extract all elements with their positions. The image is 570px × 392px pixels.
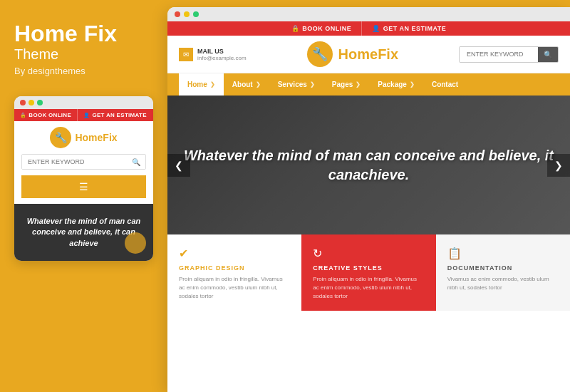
desktop-topbar: 🔒 BOOK ONLINE 👤 GET AN ESTIMATE [167,21,570,36]
desktop-estimate-label: GET AN ESTIMATE [383,25,447,32]
card-creative-styles: ↻ CREATIVE STYLES Proin aliquam in odio … [301,234,435,311]
desktop-logo-icon: 🔧 [307,41,333,67]
desktop-logo-part2: Fix [378,46,398,62]
desktop-user-icon: 👤 [372,25,380,32]
desktop-search[interactable]: 🔍 [459,46,559,63]
checkmark-icon: ✔ [179,247,290,260]
nav-arrow-package: ❯ [410,81,415,88]
mobile-estimate-label: GET AN ESTIMATE [92,112,147,118]
document-icon: 📋 [447,247,559,260]
nav-arrow-home: ❯ [210,81,215,88]
mobile-topbar-book[interactable]: 🔒 BOOK ONLINE [14,109,77,121]
desktop-logo-text: HomeFix [338,46,398,63]
dot-yellow [28,100,34,105]
nav-arrow-services: ❯ [310,81,315,88]
card-title-graphic: GRAPHIC DESIGN [179,264,290,272]
desktop-search-input[interactable] [460,47,538,62]
desktop-mockup: 🔒 BOOK ONLINE 👤 GET AN ESTIMATE ✉ MAIL U… [167,7,570,392]
nav-item-about[interactable]: About ❯ [224,73,269,96]
desktop-logo: 🔧 HomeFix [254,41,452,67]
desktop-nav: Home ❯ About ❯ Services ❯ Pages ❯ Packag… [167,73,570,96]
mobile-book-label: BOOK ONLINE [28,112,71,118]
desktop-dot-red [175,11,180,17]
card-text-doc: Vivamus ac enim commodo, vestib ulum nib… [447,275,559,292]
brand-subtitle: Theme [14,46,153,63]
dot-green [37,100,43,105]
cards-row: ✔ GRAPHIC DESIGN Proin aliquam in odio i… [167,234,570,311]
mobile-search[interactable]: 🔍 [21,154,146,170]
nav-item-home[interactable]: Home ❯ [179,73,224,96]
desktop-topbar-estimate[interactable]: 👤 GET AN ESTIMATE [361,21,456,36]
desktop-hero: ❮ Whatever the mind of man can conceive … [167,96,570,234]
dot-red [20,100,26,105]
desktop-dot-yellow [184,11,190,17]
card-graphic-design: ✔ GRAPHIC DESIGN Proin aliquam in odio i… [167,234,301,311]
mobile-hero: Whatever the mind of man can conceive an… [14,204,153,261]
desktop-dot-green [193,11,199,17]
nav-item-services[interactable]: Services ❯ [269,73,323,96]
hamburger-icon: ☰ [79,181,88,192]
desktop-logo-part1: Home [338,46,378,62]
lock-icon: 🔒 [20,113,26,118]
left-panel: Home Fix Theme By designthemes 🔒 BOOK ON… [0,0,167,392]
hero-prev-button[interactable]: ❮ [167,154,190,177]
mobile-header: 🔧 HomeFix [14,121,153,154]
desktop-mail: ✉ MAIL US info@example.com [179,48,247,61]
mobile-search-button[interactable]: 🔍 [127,155,145,169]
desktop-header: ✉ MAIL US info@example.com 🔧 HomeFix 🔍 [167,36,570,73]
nav-arrow-pages: ❯ [356,81,361,88]
mobile-menu-button[interactable]: ☰ [21,175,146,198]
mail-label: MAIL US [197,48,247,55]
brand-by: By designthemes [14,66,153,76]
mobile-topbar: 🔒 BOOK ONLINE 👤 GET AN ESTIMATE [14,109,153,121]
desktop-lock-icon: 🔒 [291,25,300,32]
mobile-logo-part2: Fix [103,132,117,143]
mobile-dots-bar [14,96,153,109]
desktop-search-button[interactable]: 🔍 [538,47,558,62]
desktop-book-label: BOOK ONLINE [302,25,351,32]
hero-text: Whatever the mind of man can conceive an… [167,146,570,185]
mobile-mockup: 🔒 BOOK ONLINE 👤 GET AN ESTIMATE 🔧 HomeFi… [14,96,153,261]
desktop-dots-bar [167,7,570,21]
card-title-creative: CREATIVE STYLES [313,264,424,272]
user-icon: 👤 [83,113,90,118]
desktop-topbar-book[interactable]: 🔒 BOOK ONLINE [281,21,362,36]
mobile-logo-part1: Home [75,132,103,143]
card-text-creative: Proin aliquam in odio in fringilla. Viva… [313,275,424,301]
nav-item-package[interactable]: Package ❯ [369,73,423,96]
mail-icon: ✉ [179,48,193,61]
mobile-topbar-estimate[interactable]: 👤 GET AN ESTIMATE [77,109,152,121]
refresh-icon: ↻ [313,247,424,260]
brand-title: Home Fix [14,21,153,46]
mobile-hero-accent [125,232,146,254]
mail-email: info@example.com [197,55,247,61]
mobile-logo: 🔧 HomeFix [50,127,117,148]
nav-arrow-about: ❯ [256,81,261,88]
hero-next-button[interactable]: ❯ [547,154,570,177]
nav-item-pages[interactable]: Pages ❯ [323,73,369,96]
card-documentation: 📋 DOCUMENTATION Vivamus ac enim commodo,… [436,234,570,311]
mobile-logo-icon: 🔧 [50,127,71,148]
card-title-doc: DOCUMENTATION [447,264,559,272]
card-text-graphic: Proin aliquam in odio in fringilla. Viva… [179,275,290,301]
mobile-logo-text: HomeFix [75,132,117,143]
mobile-search-input[interactable] [22,155,127,169]
nav-item-contact[interactable]: Contact [423,73,467,96]
